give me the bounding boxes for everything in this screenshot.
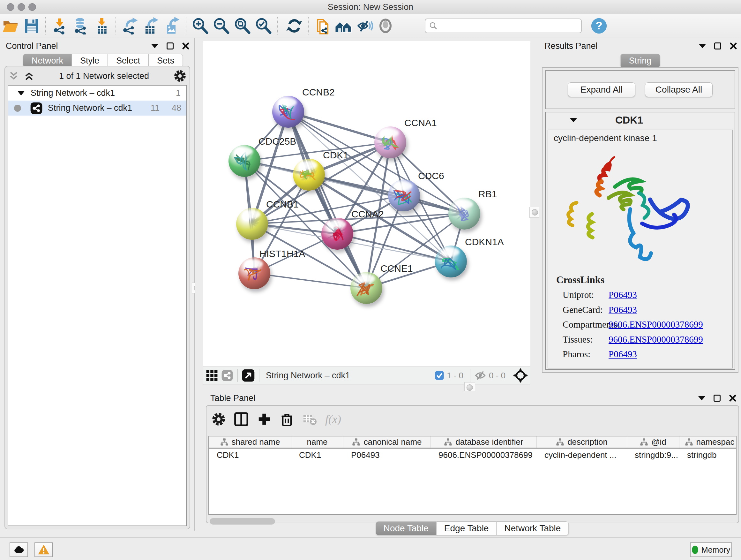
zoom-selected-icon[interactable] bbox=[254, 17, 272, 35]
collapse-all-icon[interactable] bbox=[8, 71, 19, 81]
network-node-ccna1[interactable] bbox=[374, 126, 406, 159]
tab-node-table[interactable]: Node Table bbox=[376, 521, 436, 536]
network-node-hist1h1a[interactable] bbox=[239, 257, 270, 289]
gene-section-header[interactable]: CDK1 bbox=[546, 112, 735, 128]
share-view-icon[interactable] bbox=[221, 369, 233, 381]
crosslink-label: Uniprot: bbox=[562, 290, 609, 304]
hide-icon[interactable] bbox=[355, 17, 374, 35]
column-header-shared-name[interactable]: shared name bbox=[209, 436, 291, 448]
import-network-icon[interactable] bbox=[51, 17, 69, 35]
network-edge bbox=[254, 273, 366, 288]
search-input[interactable] bbox=[438, 21, 576, 30]
add-column-icon[interactable] bbox=[257, 412, 272, 427]
expand-all-button[interactable]: Expand All bbox=[568, 82, 635, 97]
table-cell[interactable]: stringdb bbox=[679, 450, 737, 460]
table-cell[interactable]: 9606.ENSP00000378699 bbox=[431, 450, 537, 460]
import-database-icon[interactable] bbox=[72, 17, 90, 35]
sphere-highlight bbox=[357, 274, 375, 283]
crosslink-link[interactable]: 9606.ENSP00000378699 bbox=[609, 334, 703, 348]
column-header-canonical-name[interactable]: canonical name bbox=[343, 436, 431, 448]
cloud-button[interactable] bbox=[10, 543, 28, 557]
node-label-cdc6: CDC6 bbox=[418, 171, 444, 181]
delete-table-icon[interactable] bbox=[302, 412, 317, 427]
export-table-icon[interactable] bbox=[142, 17, 160, 35]
table-cell[interactable]: CDK1 bbox=[291, 450, 343, 460]
expand-all-icon[interactable] bbox=[23, 71, 35, 81]
column-header-database-identifier[interactable]: database identifier bbox=[431, 436, 537, 448]
crosslink-link[interactable]: 9606.ENSP00000378699 bbox=[609, 319, 703, 333]
table-row[interactable]: CDK1CDK1P064939606.ENSP00000378699cyclin… bbox=[209, 449, 736, 461]
network-node-ccnb1[interactable] bbox=[236, 208, 268, 240]
network-node-cdc25b[interactable] bbox=[228, 145, 260, 177]
table-cell[interactable]: P06493 bbox=[343, 450, 431, 460]
column-header--id[interactable]: @id bbox=[627, 436, 679, 448]
right-splitter-handle[interactable] bbox=[529, 207, 540, 218]
collapse-all-button[interactable]: Collapse All bbox=[645, 82, 713, 97]
crosslink-link[interactable]: P06493 bbox=[609, 349, 637, 363]
panel-close-icon[interactable] bbox=[182, 42, 190, 50]
panel-float-icon[interactable] bbox=[714, 43, 721, 50]
network-node-cdc6[interactable] bbox=[388, 179, 420, 211]
tab-string[interactable]: String bbox=[620, 54, 660, 68]
help-icon[interactable]: ? bbox=[590, 17, 608, 35]
panel-float-icon[interactable] bbox=[166, 43, 174, 50]
table-cell[interactable]: CDK1 bbox=[209, 450, 291, 460]
gene-description: cyclin-dependent kinase 1 bbox=[554, 133, 657, 143]
network-node-ccna2[interactable] bbox=[321, 218, 353, 250]
home-icon[interactable] bbox=[334, 17, 352, 35]
open-session-icon[interactable] bbox=[2, 17, 19, 35]
hidden-eye-icon[interactable] bbox=[474, 369, 486, 381]
tree-expander-icon[interactable] bbox=[17, 91, 25, 96]
export-image-icon[interactable] bbox=[163, 17, 181, 35]
gear-icon[interactable] bbox=[174, 70, 186, 82]
network-node-cdkn1a[interactable] bbox=[435, 246, 467, 277]
network-node-rb1[interactable] bbox=[448, 198, 480, 230]
column-header-name[interactable]: name bbox=[291, 436, 343, 448]
network-collection-row[interactable]: String Network – cdk1 1 bbox=[8, 85, 186, 101]
network-row[interactable]: String Network – cdk1 11 48 bbox=[8, 101, 186, 116]
warning-button[interactable] bbox=[35, 543, 53, 557]
panel-float-icon[interactable] bbox=[714, 395, 721, 401]
table-cell[interactable]: cyclin-dependent ... bbox=[537, 450, 627, 460]
panel-collapse-icon[interactable] bbox=[699, 44, 706, 48]
tab-edge-table[interactable]: Edge Table bbox=[436, 521, 497, 536]
panel-close-icon[interactable] bbox=[730, 42, 737, 50]
refresh-icon[interactable] bbox=[285, 17, 303, 35]
panel-close-icon[interactable] bbox=[729, 394, 737, 402]
tab-network-table[interactable]: Network Table bbox=[496, 521, 569, 536]
search-box[interactable] bbox=[425, 18, 582, 33]
import-table-icon[interactable] bbox=[93, 17, 111, 35]
gear-icon[interactable] bbox=[212, 412, 226, 426]
trash-icon[interactable] bbox=[280, 412, 294, 426]
export-network-icon[interactable] bbox=[121, 17, 139, 35]
copy-network-icon[interactable] bbox=[313, 17, 331, 35]
horizontal-scrollbar[interactable] bbox=[210, 518, 275, 524]
memory-button[interactable]: Memory bbox=[690, 543, 732, 557]
memory-label: Memory bbox=[701, 545, 730, 555]
panel-collapse-icon[interactable] bbox=[151, 44, 158, 48]
column-header-description[interactable]: description bbox=[537, 436, 627, 448]
node-label-cdkn1a: CDKN1A bbox=[465, 237, 504, 247]
network-node-ccnb2[interactable] bbox=[272, 96, 304, 128]
function-builder-icon[interactable]: f(x) bbox=[325, 413, 341, 426]
crosslink-link[interactable]: P06493 bbox=[609, 290, 637, 304]
network-node-cdk1[interactable] bbox=[293, 159, 325, 191]
zoom-in-icon[interactable] bbox=[191, 17, 209, 35]
save-session-icon[interactable] bbox=[23, 17, 41, 35]
network-node-ccne1[interactable] bbox=[350, 272, 382, 304]
zoom-out-icon[interactable] bbox=[212, 17, 230, 35]
grid-mode-icon[interactable] bbox=[206, 369, 218, 381]
crosshair-icon[interactable] bbox=[513, 368, 528, 383]
selected-checkbox-icon[interactable] bbox=[434, 371, 444, 380]
title-bar: Session: New Session bbox=[0, 0, 741, 14]
section-expander-icon[interactable] bbox=[570, 118, 577, 122]
table-cell[interactable]: stringdb:9... bbox=[627, 450, 679, 460]
crosslink-link[interactable]: P06493 bbox=[609, 305, 637, 319]
column-header-namespac[interactable]: namespac bbox=[679, 436, 737, 448]
navigator-icon[interactable] bbox=[242, 369, 255, 382]
network-canvas[interactable]: CCNB2CCNA1CDC25BCDK1CDC6RB1CCNB1CCNA2CDK… bbox=[203, 41, 530, 367]
show-icon[interactable] bbox=[377, 17, 394, 35]
show-columns-icon[interactable] bbox=[234, 412, 249, 427]
zoom-fit-icon[interactable] bbox=[233, 17, 251, 35]
panel-collapse-icon[interactable] bbox=[698, 396, 705, 400]
